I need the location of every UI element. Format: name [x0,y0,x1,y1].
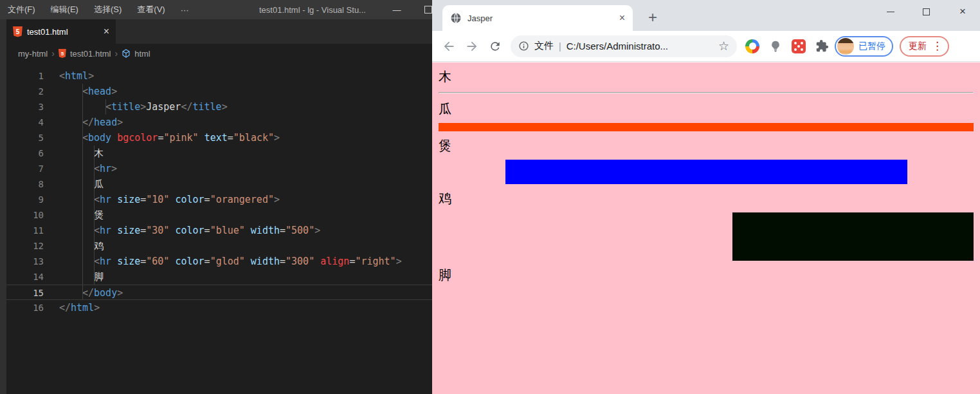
line-number: 9 [6,192,44,207]
breadcrumb-file[interactable]: test01.html [70,49,111,59]
line-number: 12 [6,238,44,254]
address-scheme: 文件 [534,40,554,52]
code-line[interactable]: 11<hr size="30" color="blue" width="500"… [6,223,432,238]
back-button[interactable] [439,36,459,57]
close-icon[interactable]: × [104,26,109,37]
minimize-icon[interactable]: — [386,0,408,19]
screen: 文件(F) 编辑(E) 选择(S) 查看(V) ··· test01.html … [0,0,980,394]
forward-button[interactable] [462,36,482,57]
kebab-menu-icon[interactable]: ⋮ [932,41,943,52]
address-bar[interactable]: 文件 | C:/Users/Administrato... ☆ [511,35,737,57]
maximize-button[interactable] [911,0,941,23]
page-text: 脚 [439,267,974,283]
breadcrumb-folder[interactable]: my-html [18,49,48,59]
activity-bar-edge [0,19,6,394]
new-tab-button[interactable]: + [643,8,662,27]
puzzle-piece-icon [815,39,829,53]
code-editor[interactable]: 1<html>2<head>3<title>Jasper</title>4</h… [6,63,432,394]
colorful-ring-icon [745,39,759,53]
horizontal-rule [732,212,974,261]
menu-selection[interactable]: 选择(S) [86,0,129,19]
sync-paused-label: 已暂停 [858,41,885,52]
line-number: 7 [6,161,44,176]
chevron-right-icon: › [51,48,55,59]
close-button[interactable]: × [948,0,977,23]
reload-button[interactable] [485,36,505,57]
extension-dice-button[interactable] [788,36,809,57]
menu-overflow[interactable]: ··· [173,0,197,19]
globe-icon [450,12,462,24]
line-number: 1 [6,68,44,84]
chevron-right-icon: › [114,48,118,59]
code-line[interactable]: 1<html> [6,68,432,84]
maximize-icon [923,8,930,15]
dice-icon [792,39,806,53]
menu-file[interactable]: 文件(F) [0,0,43,19]
maximize-icon[interactable] [424,6,432,14]
code-line[interactable]: 16</html> [6,300,432,315]
breadcrumb: my-html › 5 test01.html › html [6,44,432,63]
code-line[interactable]: 2<head> [6,84,432,99]
code-line[interactable]: 6木 [6,145,432,161]
forward-arrow-icon [465,39,479,53]
code-line[interactable]: 15</body> [6,285,432,300]
chrome-toolbar: 文件 | C:/Users/Administrato... ☆ 已暂 [432,31,980,62]
code-line[interactable]: 12鸡 [6,238,432,254]
line-number: 13 [6,254,44,269]
update-button[interactable]: 更新 ⋮ [900,36,949,57]
html5-icon: 5 [13,26,23,37]
chrome-window: Jasper × + × 文件 | C [432,0,980,394]
menu-view[interactable]: 查看(V) [129,0,172,19]
code-line[interactable]: 3<title>Jasper</title> [6,99,432,115]
html5-icon: 5 [59,49,66,58]
lightbulb-icon [769,40,782,53]
extension-ring-button[interactable] [742,36,763,57]
line-number: 11 [6,223,44,238]
tab-label: test01.html [27,27,68,37]
close-icon[interactable]: × [619,13,625,23]
code-line[interactable]: 10煲 [6,207,432,223]
browser-tab-jasper[interactable]: Jasper × [442,5,633,31]
rendered-page: 木瓜煲鸡脚 [432,62,980,394]
avatar [837,38,854,55]
page-text: 瓜 [439,101,974,117]
address-divider: | [559,41,561,52]
horizontal-rule [439,123,974,131]
profile-button[interactable]: 已暂停 [835,36,893,57]
code-line[interactable]: 14脚 [6,269,432,285]
page-info-icon[interactable] [518,41,529,52]
page-text: 煲 [439,138,974,153]
code-line[interactable]: 13<hr size="60" color="glod" width="300"… [6,254,432,269]
extension-lightbulb-button[interactable] [765,36,786,57]
extensions-menu-button[interactable] [812,36,832,57]
page-text: 木 [439,69,974,84]
line-number: 3 [6,99,44,115]
tab-test01-html[interactable]: 5 test01.html × [6,19,116,44]
minimize-icon [887,12,894,12]
line-number: 5 [6,130,44,145]
horizontal-rule [505,160,907,184]
breadcrumb-node[interactable]: html [134,49,150,59]
tab-title: Jasper [467,14,493,23]
code-line[interactable]: 8瓜 [6,176,432,192]
vscode-titlebar: 文件(F) 编辑(E) 选择(S) 查看(V) ··· test01.html … [0,0,432,19]
editor-tabbar: 5 test01.html × [6,19,432,44]
minimize-button[interactable] [876,0,905,23]
reload-icon [489,40,502,53]
line-number: 6 [6,145,44,161]
code-line[interactable]: 5<body bgcolor="pink" text="black"> [6,130,432,145]
line-number: 15 [6,285,44,299]
line-number: 2 [6,84,44,99]
line-number: 4 [6,115,44,130]
code-line[interactable]: 7<hr> [6,161,432,176]
back-arrow-icon [442,39,456,53]
update-label: 更新 [909,41,927,52]
code-line[interactable]: 9<hr size="10" color="orangered"> [6,192,432,207]
vscode-window: 文件(F) 编辑(E) 选择(S) 查看(V) ··· test01.html … [0,0,432,394]
line-number: 16 [6,300,44,315]
bookmark-star-icon[interactable]: ☆ [718,40,729,52]
code-line[interactable]: 4</head> [6,115,432,130]
window-title: test01.html - lg - Visual Stu... [259,0,366,19]
menu-edit[interactable]: 编辑(E) [43,0,86,19]
line-number: 14 [6,269,44,285]
